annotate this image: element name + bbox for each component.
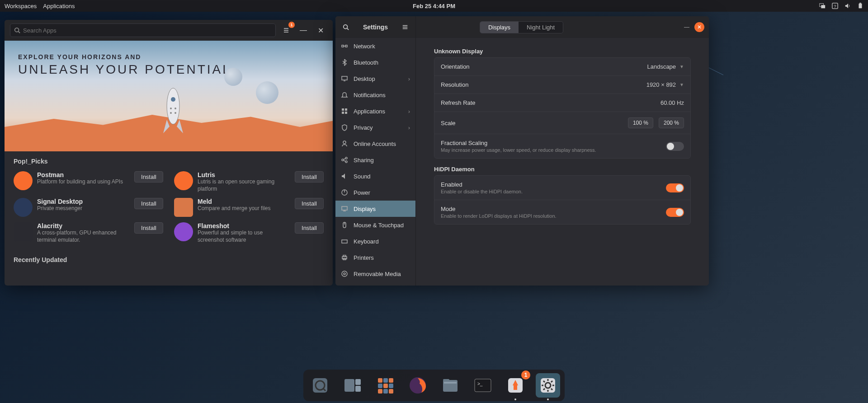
dock-firefox[interactable] — [406, 373, 430, 398]
nav-item-power[interactable]: Power — [335, 184, 415, 201]
search-input[interactable] — [23, 27, 272, 34]
share-icon — [341, 156, 348, 164]
nav-item-keyboard[interactable]: Keyboard — [335, 233, 415, 249]
updates-button[interactable]: 1 — [279, 23, 293, 37]
nav-item-applications[interactable]: Applications› — [335, 103, 415, 119]
keyboard-icon — [341, 238, 348, 245]
nav-item-removable-media[interactable]: Removable Media — [335, 266, 415, 282]
pick-item[interactable]: FlameshotPowerful and simple to use scre… — [174, 222, 324, 244]
orientation-row[interactable]: Orientation Landscape▼ — [434, 58, 690, 76]
minimize-button[interactable]: — — [297, 23, 310, 37]
nav-item-sharing[interactable]: Sharing — [335, 152, 415, 168]
svg-rect-76 — [444, 382, 457, 384]
dock-tiling[interactable] — [340, 373, 365, 398]
nav-item-privacy[interactable]: Privacy› — [335, 119, 415, 136]
svg-line-23 — [347, 28, 349, 30]
battery-icon[interactable] — [857, 3, 863, 9]
dock-updates[interactable]: 1 — [503, 373, 528, 398]
dock-settings[interactable] — [536, 373, 560, 398]
pick-item[interactable]: Signal DesktopPrivate messengerInstall — [14, 198, 163, 217]
settings-menu-button[interactable] — [398, 20, 412, 34]
dock-updates-badge: 1 — [521, 370, 530, 380]
hidpi-mode-toggle[interactable] — [666, 208, 684, 217]
search-input-wrapper[interactable] — [10, 23, 276, 37]
nav-item-online-accounts[interactable]: Online Accounts — [335, 136, 415, 152]
pick-item[interactable]: LutrisLutris is an open source gaming pl… — [174, 171, 324, 192]
svg-point-18 — [170, 108, 172, 109]
pick-item[interactable]: PostmanPlatform for building and using A… — [14, 171, 163, 192]
tab-night-light[interactable]: Night Light — [519, 22, 563, 33]
nav-item-printers[interactable]: Printers — [335, 249, 415, 266]
nav-item-desktop[interactable]: Desktop› — [335, 70, 415, 87]
settings-search-button[interactable] — [339, 20, 353, 34]
app-icon — [174, 171, 193, 190]
app-icon — [174, 198, 193, 217]
nav-item-network[interactable]: Network — [335, 38, 415, 54]
fractional-toggle[interactable] — [666, 142, 684, 151]
refresh-rate-row: Refresh Rate 60.00 Hz — [434, 94, 690, 112]
panel-applications[interactable]: Applications — [43, 3, 75, 9]
pick-item[interactable]: AlacrittyA cross-platform, GPU enhanced … — [14, 222, 163, 244]
install-button[interactable]: Install — [295, 198, 324, 209]
scale-200-button[interactable]: 200 % — [659, 117, 684, 128]
svg-point-16 — [167, 88, 179, 124]
pop-shop-window: 1 — ✕ EXPLORE YOUR HORIZONS AND UNLEASH … — [5, 20, 333, 286]
svg-line-41 — [344, 160, 345, 161]
sound-icon — [341, 173, 348, 180]
nav-item-notifications[interactable]: Notifications — [335, 87, 415, 103]
pick-name: Flameshot — [198, 222, 290, 230]
install-button[interactable]: Install — [134, 222, 163, 234]
dock-shop[interactable] — [308, 373, 332, 398]
hero-title: UNLEASH YOUR POTENTIAL — [18, 62, 319, 77]
install-button[interactable]: Install — [295, 222, 324, 234]
pick-name: Lutris — [198, 171, 290, 178]
tab-displays[interactable]: Displays — [480, 22, 519, 33]
settings-title: Settings — [354, 23, 396, 31]
nav-item-label: Printers — [354, 254, 374, 261]
panel-datetime[interactable]: Feb 25 4:44 PM — [413, 3, 455, 9]
nav-item-label: Notifications — [354, 92, 386, 98]
help-icon[interactable]: ? — [832, 3, 838, 9]
dock-terminal[interactable]: >_ — [471, 373, 495, 398]
close-button[interactable]: ✕ — [314, 23, 327, 37]
refresh-value: 60.00 Hz — [660, 99, 684, 106]
install-button[interactable]: Install — [134, 171, 163, 183]
svg-line-89 — [551, 389, 552, 390]
svg-point-39 — [345, 161, 347, 163]
svg-rect-32 — [342, 108, 344, 111]
svg-rect-65 — [378, 378, 382, 383]
svg-rect-1 — [821, 5, 825, 8]
dock-running-dot — [514, 398, 516, 400]
screen-share-icon[interactable] — [819, 3, 826, 9]
nav-item-sound[interactable]: Sound — [335, 168, 415, 184]
nav-item-displays[interactable]: Displays — [335, 201, 415, 217]
nav-item-bluetooth[interactable]: Bluetooth — [335, 54, 415, 70]
pick-item[interactable]: MeldCompare and merge your filesInstall — [174, 198, 324, 217]
pick-name: Signal Desktop — [37, 198, 130, 205]
search-icon — [14, 27, 20, 33]
nav-item-mouse-touchpad[interactable]: Mouse & Touchpad — [335, 217, 415, 233]
svg-point-22 — [344, 25, 348, 29]
install-button[interactable]: Install — [134, 198, 163, 209]
svg-rect-69 — [383, 384, 388, 388]
svg-text:>_: >_ — [477, 381, 483, 386]
settings-close-button[interactable]: ✕ — [694, 22, 704, 32]
install-button[interactable]: Install — [295, 171, 324, 183]
dock-app-grid[interactable] — [373, 373, 397, 398]
svg-point-19 — [175, 108, 176, 109]
svg-point-36 — [343, 141, 346, 144]
svg-line-40 — [344, 159, 345, 159]
hidpi-enabled-label: Enabled — [441, 181, 666, 188]
resolution-row[interactable]: Resolution 868 × 403▼ — [434, 76, 690, 94]
svg-rect-5 — [859, 4, 862, 9]
volume-icon[interactable] — [844, 3, 851, 9]
dock-files[interactable] — [438, 373, 462, 398]
svg-rect-66 — [383, 378, 388, 383]
hidpi-enabled-toggle[interactable] — [666, 183, 684, 192]
settings-minimize-button[interactable]: — — [682, 22, 692, 32]
settings-window: Settings NetworkBluetoothDesktop›Notific… — [335, 16, 709, 286]
panel-workspaces[interactable]: Workspaces — [5, 3, 37, 9]
svg-point-17 — [171, 97, 175, 102]
scale-100-button[interactable]: 100 % — [628, 117, 653, 128]
hero-banner[interactable]: EXPLORE YOUR HORIZONS AND UNLEASH YOUR P… — [5, 41, 333, 151]
